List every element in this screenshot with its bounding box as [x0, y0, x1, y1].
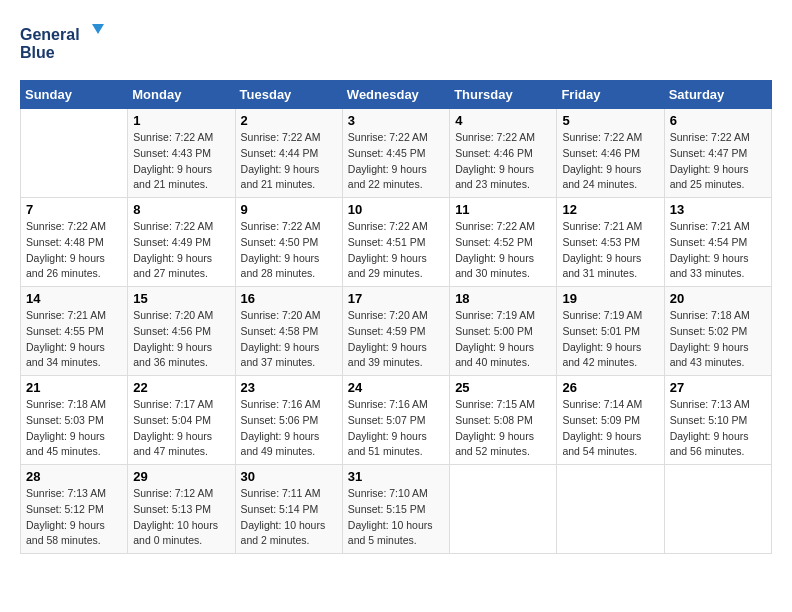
day-info: Sunrise: 7:17 AM Sunset: 5:04 PM Dayligh…	[133, 397, 229, 460]
day-cell: 1Sunrise: 7:22 AM Sunset: 4:43 PM Daylig…	[128, 109, 235, 198]
logo-svg: General Blue	[20, 20, 110, 70]
day-info: Sunrise: 7:22 AM Sunset: 4:48 PM Dayligh…	[26, 219, 122, 282]
day-number: 24	[348, 380, 444, 395]
day-number: 11	[455, 202, 551, 217]
col-header-sunday: Sunday	[21, 81, 128, 109]
day-number: 5	[562, 113, 658, 128]
day-cell: 31Sunrise: 7:10 AM Sunset: 5:15 PM Dayli…	[342, 465, 449, 554]
week-row-1: 1Sunrise: 7:22 AM Sunset: 4:43 PM Daylig…	[21, 109, 772, 198]
day-number: 30	[241, 469, 337, 484]
day-cell: 21Sunrise: 7:18 AM Sunset: 5:03 PM Dayli…	[21, 376, 128, 465]
day-cell: 7Sunrise: 7:22 AM Sunset: 4:48 PM Daylig…	[21, 198, 128, 287]
day-number: 18	[455, 291, 551, 306]
day-info: Sunrise: 7:15 AM Sunset: 5:08 PM Dayligh…	[455, 397, 551, 460]
day-number: 3	[348, 113, 444, 128]
week-row-5: 28Sunrise: 7:13 AM Sunset: 5:12 PM Dayli…	[21, 465, 772, 554]
day-info: Sunrise: 7:19 AM Sunset: 5:00 PM Dayligh…	[455, 308, 551, 371]
day-info: Sunrise: 7:20 AM Sunset: 4:56 PM Dayligh…	[133, 308, 229, 371]
day-info: Sunrise: 7:16 AM Sunset: 5:07 PM Dayligh…	[348, 397, 444, 460]
day-info: Sunrise: 7:22 AM Sunset: 4:43 PM Dayligh…	[133, 130, 229, 193]
day-number: 2	[241, 113, 337, 128]
day-info: Sunrise: 7:16 AM Sunset: 5:06 PM Dayligh…	[241, 397, 337, 460]
day-number: 19	[562, 291, 658, 306]
day-number: 20	[670, 291, 766, 306]
day-number: 29	[133, 469, 229, 484]
day-cell: 17Sunrise: 7:20 AM Sunset: 4:59 PM Dayli…	[342, 287, 449, 376]
day-cell	[557, 465, 664, 554]
day-number: 16	[241, 291, 337, 306]
day-number: 13	[670, 202, 766, 217]
day-cell	[21, 109, 128, 198]
day-number: 9	[241, 202, 337, 217]
day-info: Sunrise: 7:10 AM Sunset: 5:15 PM Dayligh…	[348, 486, 444, 549]
day-cell: 6Sunrise: 7:22 AM Sunset: 4:47 PM Daylig…	[664, 109, 771, 198]
day-number: 26	[562, 380, 658, 395]
page-header: General Blue	[20, 20, 772, 70]
svg-marker-1	[92, 24, 104, 34]
day-cell: 5Sunrise: 7:22 AM Sunset: 4:46 PM Daylig…	[557, 109, 664, 198]
day-info: Sunrise: 7:22 AM Sunset: 4:50 PM Dayligh…	[241, 219, 337, 282]
day-cell	[664, 465, 771, 554]
day-number: 15	[133, 291, 229, 306]
day-number: 17	[348, 291, 444, 306]
col-header-tuesday: Tuesday	[235, 81, 342, 109]
day-info: Sunrise: 7:14 AM Sunset: 5:09 PM Dayligh…	[562, 397, 658, 460]
day-cell: 11Sunrise: 7:22 AM Sunset: 4:52 PM Dayli…	[450, 198, 557, 287]
day-info: Sunrise: 7:20 AM Sunset: 4:58 PM Dayligh…	[241, 308, 337, 371]
day-cell: 19Sunrise: 7:19 AM Sunset: 5:01 PM Dayli…	[557, 287, 664, 376]
day-cell: 20Sunrise: 7:18 AM Sunset: 5:02 PM Dayli…	[664, 287, 771, 376]
day-info: Sunrise: 7:21 AM Sunset: 4:54 PM Dayligh…	[670, 219, 766, 282]
day-cell: 14Sunrise: 7:21 AM Sunset: 4:55 PM Dayli…	[21, 287, 128, 376]
day-cell: 16Sunrise: 7:20 AM Sunset: 4:58 PM Dayli…	[235, 287, 342, 376]
day-cell: 25Sunrise: 7:15 AM Sunset: 5:08 PM Dayli…	[450, 376, 557, 465]
day-cell: 28Sunrise: 7:13 AM Sunset: 5:12 PM Dayli…	[21, 465, 128, 554]
day-info: Sunrise: 7:13 AM Sunset: 5:10 PM Dayligh…	[670, 397, 766, 460]
day-cell: 23Sunrise: 7:16 AM Sunset: 5:06 PM Dayli…	[235, 376, 342, 465]
day-number: 14	[26, 291, 122, 306]
col-header-saturday: Saturday	[664, 81, 771, 109]
week-row-3: 14Sunrise: 7:21 AM Sunset: 4:55 PM Dayli…	[21, 287, 772, 376]
day-number: 27	[670, 380, 766, 395]
day-cell: 15Sunrise: 7:20 AM Sunset: 4:56 PM Dayli…	[128, 287, 235, 376]
day-number: 12	[562, 202, 658, 217]
day-cell: 2Sunrise: 7:22 AM Sunset: 4:44 PM Daylig…	[235, 109, 342, 198]
day-info: Sunrise: 7:22 AM Sunset: 4:47 PM Dayligh…	[670, 130, 766, 193]
day-number: 10	[348, 202, 444, 217]
day-cell: 4Sunrise: 7:22 AM Sunset: 4:46 PM Daylig…	[450, 109, 557, 198]
day-info: Sunrise: 7:22 AM Sunset: 4:46 PM Dayligh…	[562, 130, 658, 193]
day-number: 6	[670, 113, 766, 128]
day-number: 23	[241, 380, 337, 395]
day-cell: 3Sunrise: 7:22 AM Sunset: 4:45 PM Daylig…	[342, 109, 449, 198]
col-header-thursday: Thursday	[450, 81, 557, 109]
day-info: Sunrise: 7:18 AM Sunset: 5:02 PM Dayligh…	[670, 308, 766, 371]
day-number: 31	[348, 469, 444, 484]
day-number: 7	[26, 202, 122, 217]
day-cell: 18Sunrise: 7:19 AM Sunset: 5:00 PM Dayli…	[450, 287, 557, 376]
day-info: Sunrise: 7:20 AM Sunset: 4:59 PM Dayligh…	[348, 308, 444, 371]
day-info: Sunrise: 7:22 AM Sunset: 4:44 PM Dayligh…	[241, 130, 337, 193]
day-info: Sunrise: 7:13 AM Sunset: 5:12 PM Dayligh…	[26, 486, 122, 549]
week-row-4: 21Sunrise: 7:18 AM Sunset: 5:03 PM Dayli…	[21, 376, 772, 465]
day-info: Sunrise: 7:22 AM Sunset: 4:45 PM Dayligh…	[348, 130, 444, 193]
day-cell: 10Sunrise: 7:22 AM Sunset: 4:51 PM Dayli…	[342, 198, 449, 287]
day-number: 21	[26, 380, 122, 395]
day-number: 4	[455, 113, 551, 128]
day-cell: 30Sunrise: 7:11 AM Sunset: 5:14 PM Dayli…	[235, 465, 342, 554]
col-header-wednesday: Wednesday	[342, 81, 449, 109]
week-row-2: 7Sunrise: 7:22 AM Sunset: 4:48 PM Daylig…	[21, 198, 772, 287]
day-info: Sunrise: 7:12 AM Sunset: 5:13 PM Dayligh…	[133, 486, 229, 549]
day-cell	[450, 465, 557, 554]
col-header-monday: Monday	[128, 81, 235, 109]
day-number: 1	[133, 113, 229, 128]
day-info: Sunrise: 7:22 AM Sunset: 4:46 PM Dayligh…	[455, 130, 551, 193]
svg-text:General: General	[20, 26, 80, 43]
day-number: 8	[133, 202, 229, 217]
day-cell: 29Sunrise: 7:12 AM Sunset: 5:13 PM Dayli…	[128, 465, 235, 554]
svg-text:Blue: Blue	[20, 44, 55, 61]
day-number: 22	[133, 380, 229, 395]
day-cell: 22Sunrise: 7:17 AM Sunset: 5:04 PM Dayli…	[128, 376, 235, 465]
calendar-table: SundayMondayTuesdayWednesdayThursdayFrid…	[20, 80, 772, 554]
logo: General Blue	[20, 20, 110, 70]
day-cell: 8Sunrise: 7:22 AM Sunset: 4:49 PM Daylig…	[128, 198, 235, 287]
day-info: Sunrise: 7:22 AM Sunset: 4:51 PM Dayligh…	[348, 219, 444, 282]
